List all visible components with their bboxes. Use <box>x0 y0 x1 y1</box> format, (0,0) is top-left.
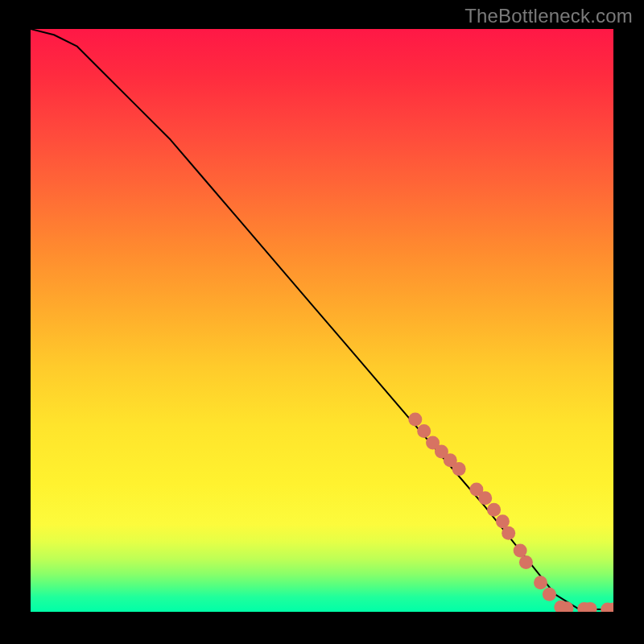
marker-group <box>408 413 613 612</box>
marker-dot <box>514 543 527 557</box>
marker-dot <box>417 424 431 438</box>
marker-dot <box>543 588 556 601</box>
curve-svg <box>31 29 613 612</box>
marker-dot <box>519 555 533 569</box>
plot-area <box>31 29 613 612</box>
marker-dot <box>502 526 515 540</box>
marker-dot <box>452 462 466 476</box>
marker-dot <box>408 413 422 427</box>
marker-dot <box>487 503 501 517</box>
marker-dot <box>534 576 547 589</box>
marker-dot <box>478 491 492 505</box>
marker-dot <box>496 514 510 528</box>
curve-line <box>31 29 613 609</box>
watermark-label: TheBottleneck.com <box>464 5 633 27</box>
chart-stage: TheBottleneck.com <box>0 0 644 644</box>
